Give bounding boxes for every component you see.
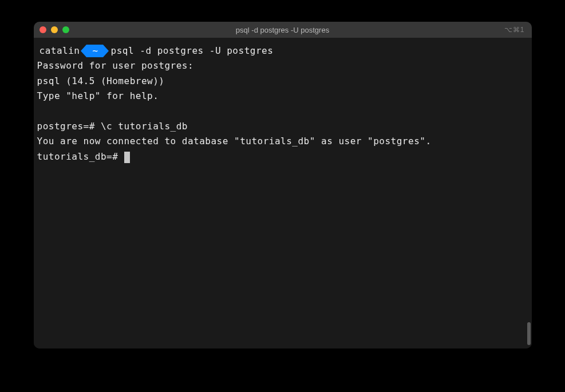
terminal-window: psql -d postgres -U postgres ⌥⌘1 catalin…	[34, 22, 532, 349]
psql-prompt-text: tutorials_db=#	[37, 151, 124, 162]
psql-current-prompt: tutorials_db=#	[37, 149, 528, 164]
scrollbar-thumb[interactable]	[527, 322, 531, 345]
window-title: psql -d postgres -U postgres	[34, 26, 532, 34]
prompt-user: catalin	[37, 43, 81, 58]
cursor-icon	[124, 152, 130, 163]
titlebar[interactable]: psql -d postgres -U postgres ⌥⌘1	[34, 22, 532, 38]
shell-prompt-line: catalin ~ psql -d postgres -U postgres	[37, 43, 528, 58]
blank-line	[37, 104, 528, 119]
psql-connect-command: postgres=# \c tutorials_db	[37, 119, 528, 134]
output-help: Type "help" for help.	[37, 89, 528, 104]
prompt-path: ~	[86, 45, 102, 57]
minimize-button[interactable]	[51, 26, 58, 33]
output-connected: You are now connected to database "tutor…	[37, 134, 528, 149]
shortcut-indicator: ⌥⌘1	[504, 26, 525, 34]
close-button[interactable]	[39, 26, 46, 33]
traffic-lights	[34, 26, 69, 33]
output-version: psql (14.5 (Homebrew))	[37, 74, 528, 89]
maximize-button[interactable]	[62, 26, 69, 33]
command-text: psql -d postgres -U postgres	[111, 43, 274, 58]
terminal-body[interactable]: catalin ~ psql -d postgres -U postgres P…	[34, 38, 532, 349]
output-password-prompt: Password for user postgres:	[37, 58, 528, 73]
